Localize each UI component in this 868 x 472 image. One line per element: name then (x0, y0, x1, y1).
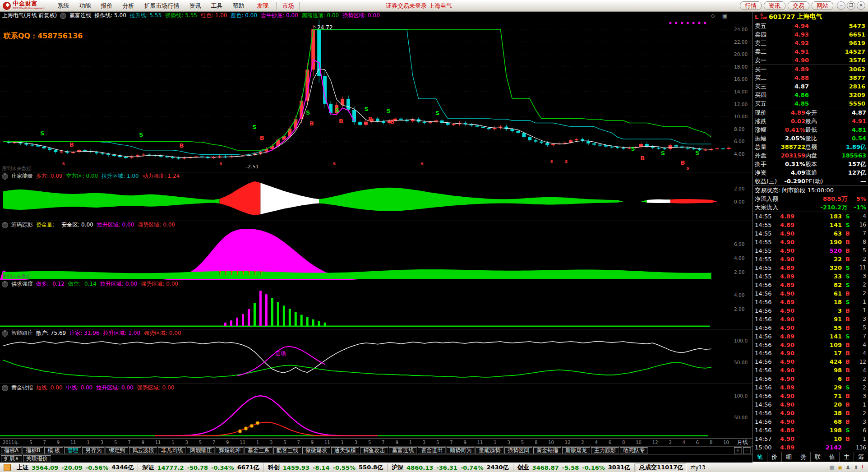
indicator-param: 拉升区域: 0.00 (97, 221, 134, 229)
menu-item-扩展市场行情[interactable]: 扩展市场行情 (139, 2, 184, 10)
tick-list[interactable]: 14:554.89183S414:554.89141S1614:554.9063… (753, 212, 868, 452)
flow-row: 净流入额880.5万5% (753, 194, 868, 203)
tab-新版屠龙[interactable]: 新版屠龙 (562, 447, 590, 454)
tab-绑定到[interactable]: 绑定到 (106, 447, 128, 454)
alert-icon[interactable]: ♟ (845, 464, 850, 471)
quick-button-行情[interactable]: 行情 (740, 1, 762, 10)
zoom-out-button[interactable]: − (743, 447, 751, 454)
close-button[interactable]: ✕ (857, 1, 865, 10)
tab-指标B[interactable]: 指标B (23, 447, 43, 454)
tab-基金三系[interactable]: 基金三系 (245, 447, 272, 454)
tab-管理[interactable]: 管理 (64, 447, 81, 454)
chart-corner-icons[interactable]: ◇ ▣ (711, 13, 730, 19)
indicator-param: 短线: 0.00 (36, 384, 63, 392)
tab-顺势而为[interactable]: 顺势而为 (447, 447, 475, 454)
quick-button-交易[interactable]: 交易 (788, 1, 809, 10)
menu-list: 系统功能报价分析扩展市场行情资讯工具帮助 (52, 0, 249, 11)
mini-tab-联[interactable]: 联 (810, 452, 825, 462)
mini-tab-势[interactable]: 势 (796, 452, 810, 462)
book-row: 买五4.855550 (753, 99, 868, 108)
mini-tab-价[interactable]: 价 (767, 452, 781, 462)
news-icon[interactable]: ▦ (830, 464, 835, 471)
zhuangjia-axis: 2.000.00 (732, 180, 753, 221)
mini-tab-主[interactable]: 主 (839, 452, 854, 462)
tab-关联报价[interactable]: 关联报价 (23, 455, 51, 462)
menu-item-分析[interactable]: 分析 (117, 2, 139, 10)
status-bar: 上证3564.09-20.09-0.56%4346亿深证14777.2-50.7… (0, 462, 868, 472)
tab-鳄鱼攻击[interactable]: 鳄鱼攻击 (360, 447, 388, 454)
axis-label: 6.00 (734, 241, 744, 247)
tab-资金进出[interactable]: 资金进出 (418, 447, 446, 454)
tab-非凡均线[interactable]: 非凡均线 (158, 447, 186, 454)
x-tick: 2011年 (3, 440, 18, 446)
collapse-icon[interactable]: ˅ (2, 330, 8, 337)
tab-模 板[interactable]: 模 板 (44, 447, 63, 454)
menu-item-资讯[interactable]: 资讯 (184, 2, 206, 10)
warning-icon[interactable]: ! (861, 464, 863, 471)
tab-风云波段[interactable]: 风云波段 (129, 447, 157, 454)
coin-icon[interactable]: ◉ (838, 464, 842, 471)
svg-text:B: B (390, 118, 395, 125)
tab-两靓猎庄[interactable]: 两靓猎庄 (187, 447, 215, 454)
collapse-icon[interactable]: ˅ (2, 173, 8, 180)
axis-label: 12.00 (734, 102, 748, 107)
tab-主力踪影[interactable]: 主力踪影 (591, 447, 619, 454)
menu-item-帮助[interactable]: 帮助 (227, 2, 249, 10)
mini-tab-筹[interactable]: 筹 (854, 452, 868, 462)
tick-volume: 17 (794, 350, 844, 356)
tick-volume: 61 (794, 290, 844, 297)
tab-黄金钻指[interactable]: 黄金钻指 (533, 447, 561, 454)
svg-text:S: S (306, 109, 310, 116)
tick-time: 14:56 (755, 307, 774, 314)
tab-敢死队专[interactable]: 敢死队专 (620, 447, 648, 454)
menu-item-工具[interactable]: 工具 (206, 2, 227, 10)
quick-button-网站[interactable]: 网站 (812, 1, 833, 10)
collapse-icon[interactable]: ˅ (2, 222, 8, 228)
tick-volume: 3 (794, 307, 844, 314)
tab-辉煌乾坤[interactable]: 辉煌乾坤 (216, 447, 244, 454)
hot-menu-发现[interactable]: 发现 (251, 2, 274, 10)
zoom-in-button[interactable]: + (734, 447, 742, 454)
mini-tab-笔[interactable]: 笔 (753, 452, 767, 462)
tick-count: 3 (852, 273, 866, 279)
tab-酷客三线[interactable]: 酷客三线 (273, 447, 301, 454)
collapse-icon[interactable]: ˅ (60, 13, 66, 19)
market-icon[interactable] (4, 464, 11, 471)
updown-icon[interactable]: ⬍ (854, 464, 858, 471)
tick-price: 4.89 (774, 222, 794, 228)
minimize-button[interactable]: ─ (837, 1, 845, 10)
mini-tab-细[interactable]: 细 (781, 452, 796, 462)
tab-另存为[interactable]: 另存为 (82, 447, 105, 454)
x-tick: 1 (171, 440, 174, 445)
menu-item-系统[interactable]: 系统 (52, 2, 74, 10)
zhineng-axis: 100.050.00 (732, 337, 753, 384)
mini-tab-值[interactable]: 值 (825, 452, 839, 462)
x-tick: 12 (652, 440, 658, 445)
tab-赢富连线[interactable]: 赢富连线 (389, 447, 417, 454)
axis-label: 24.00 (734, 27, 748, 32)
hot-menu-市场[interactable]: 市场 (276, 2, 300, 10)
menu-item-报价[interactable]: 报价 (96, 2, 117, 10)
tick-row: 14:564.906B2 (753, 375, 868, 383)
restore-button[interactable]: ❐ (847, 1, 855, 10)
huangjin-panel: 100.050.00 (0, 392, 753, 438)
index-amount: 3031亿 (608, 463, 630, 472)
tick-price: 4.90 (774, 358, 794, 365)
svg-text:S: S (435, 110, 439, 116)
period-label[interactable]: 月线 (732, 439, 753, 446)
menu-item-功能[interactable]: 功能 (74, 2, 96, 10)
chart-header: 上海电气(月线 前复权) ˅ 赢富连线 操作线: 5.00拉升线: 5.55强势… (0, 12, 753, 19)
tab-通天纵横[interactable]: 通天纵横 (331, 447, 359, 454)
tab-微微爆发[interactable]: 微微爆发 (302, 447, 330, 454)
tab-量能趋势[interactable]: 量能趋势 (476, 447, 503, 454)
tab-指标A[interactable]: 指标A (1, 447, 22, 454)
index-value: 14777.2 (157, 464, 184, 471)
tab-强势区间[interactable]: 强势区间 (504, 447, 532, 454)
book-row: 卖一4.903576 (753, 56, 868, 65)
svg-text:用到未来数据: 用到未来数据 (2, 273, 32, 279)
quick-button-资讯[interactable]: 资讯 (764, 1, 785, 10)
collapse-icon[interactable]: ˅ (2, 281, 8, 287)
collapse-icon[interactable]: ˅ (2, 385, 8, 391)
stock-name: 上海电气 (797, 13, 822, 21)
tab-扩展∧[interactable]: 扩展∧ (1, 455, 22, 462)
